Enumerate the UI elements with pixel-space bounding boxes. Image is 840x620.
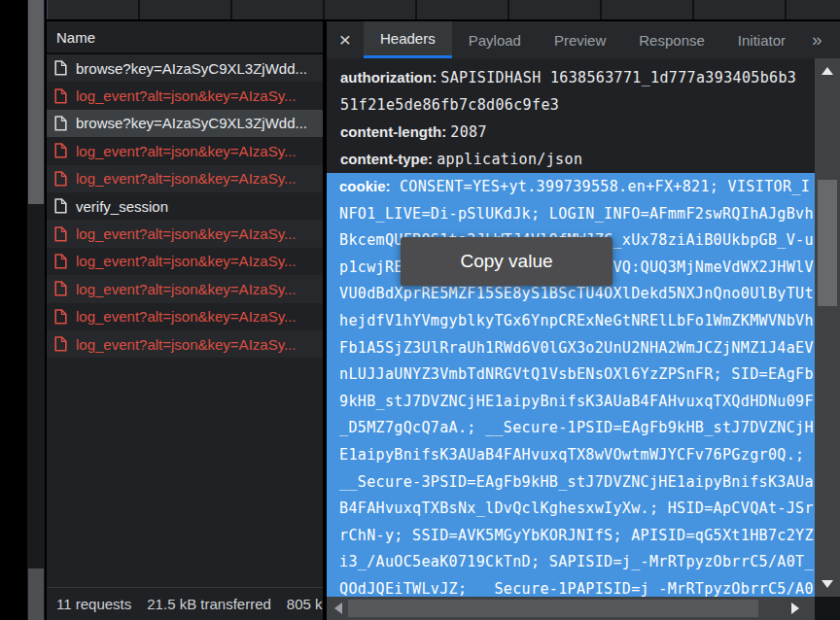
request-row-log-event[interactable]: log_event?alt=json&key=AIzaSy...	[47, 220, 323, 247]
detail-tab-bar: × Headers Payload Preview Response Initi…	[327, 21, 840, 58]
request-label: log_event?alt=json&key=AIzaSy...	[76, 143, 297, 159]
header-name: cookie:	[339, 178, 391, 194]
arrow-right-icon	[791, 603, 799, 614]
overview-cell	[787, 0, 840, 19]
transferred-size: 21.5 kB transferred	[147, 596, 271, 612]
file-icon	[54, 116, 67, 131]
arrow-down-icon	[822, 580, 833, 588]
scrollbar-corner	[815, 597, 840, 620]
cookie-line: nLUJJaUNYZ3VmbTdNRGVtQ1VsbENsOXl6YzZPSnF…	[327, 362, 815, 389]
file-icon	[54, 281, 67, 296]
header-value: 2087	[450, 123, 487, 141]
overview-cell	[140, 0, 230, 19]
cookie-line: rChN-y; SSID=AVK5MGyYbKORJNIfS; APISID=q…	[327, 523, 815, 550]
cookie-line: 9kHB_stJ7DVZNCjHE1aipyBnifsK3AUaB4FAHvux…	[327, 389, 815, 416]
header-content-type: content-type: application/json	[327, 146, 815, 173]
request-label: log_event?alt=json&key=AIzaSy...	[76, 308, 297, 325]
request-row-verify-session[interactable]: verify_session	[47, 192, 323, 220]
context-menu: Copy value	[401, 237, 612, 286]
file-icon	[54, 254, 67, 269]
header-content-length: content-length: 2087	[327, 119, 815, 146]
cookie-line: hejdfV1hYVmgyblkyTGx6YnpCRExNeGtNRElLbFo…	[327, 308, 815, 335]
headers-content: authorization: SAPISIDHASH 1638563771_1d…	[327, 58, 815, 597]
overview-cell	[48, 0, 138, 19]
cookie-line: cookie: CONSENT=YES+yt.399739558.en+FX+8…	[327, 173, 815, 201]
file-icon	[54, 226, 67, 242]
vertical-scrollbar[interactable]	[815, 58, 840, 597]
scroll-down-button[interactable]	[815, 571, 840, 597]
page-scrollbar[interactable]	[27, 0, 45, 620]
request-row-browse[interactable]: browse?key=AIzaSyC9XL3ZjWdd...	[47, 54, 323, 82]
header-value: SAPISIDHASH 1638563771_1d777a393405b6b3	[440, 69, 796, 86]
request-label: log_event?alt=json&key=AIzaSy...	[76, 87, 297, 104]
overview-cell	[417, 0, 508, 19]
cookie-line: NFO1_LIVE=Di-pSlUKdJk; LOGIN_INFO=AFmmF2…	[327, 201, 815, 228]
request-label: browse?key=AIzaSyC9XL3ZjWdd...	[76, 60, 307, 77]
horizontal-scrollbar-thumb[interactable]	[348, 600, 758, 617]
overview-cell	[509, 0, 600, 19]
horizontal-scrollbar[interactable]	[327, 597, 815, 620]
header-name: authorization:	[340, 69, 437, 86]
request-label: log_event?alt=json&key=AIzaSy...	[76, 336, 297, 353]
cookie-line: E1aipyBnifsK3AUaB4FAHvuxqTX8wVOwtmWJYCFv…	[327, 442, 815, 469]
scroll-up-button[interactable]	[815, 58, 840, 84]
more-tabs-icon[interactable]: »	[802, 21, 831, 58]
scroll-left-button[interactable]	[327, 597, 350, 620]
overview-cell	[602, 0, 692, 19]
request-row-log-event[interactable]: log_event?alt=json&key=AIzaSy...	[47, 82, 323, 109]
file-icon	[54, 143, 67, 158]
request-detail-panel: × Headers Payload Preview Response Initi…	[327, 21, 840, 620]
file-icon	[54, 60, 67, 76]
vertical-scrollbar-thumb[interactable]	[818, 180, 837, 306]
copy-value-menu-item[interactable]: Copy value	[460, 251, 552, 272]
arrow-up-icon	[822, 67, 833, 75]
request-label: log_event?alt=json&key=AIzaSy...	[76, 281, 297, 297]
tab-initiator[interactable]: Initiator	[721, 21, 802, 58]
file-icon	[54, 171, 67, 187]
header-authorization-wrap: 51f21e5de86fb7c8d06c9fe3	[327, 91, 815, 119]
request-label: log_event?alt=json&key=AIzaSy...	[76, 170, 297, 187]
request-list: browse?key=AIzaSyC9XL3ZjWdd... log_event…	[47, 54, 323, 358]
network-overview-strip[interactable]	[47, 0, 840, 19]
network-status-bar: 11 requests 21.5 kB transferred 805 kB	[47, 587, 323, 620]
header-name: content-length:	[340, 123, 446, 140]
request-row-log-event[interactable]: log_event?alt=json&key=AIzaSy...	[47, 137, 323, 164]
cookie-line: Fb1A5SjZ3UlRraUh1RWd6V0lGX3o2UnU2NHA2WmJ…	[327, 335, 815, 362]
request-label: browse?key=AIzaSyC9XL3ZjWdd...	[76, 115, 307, 131]
name-column-header[interactable]: Name	[47, 21, 323, 54]
tab-response[interactable]: Response	[622, 21, 721, 58]
file-icon	[54, 88, 67, 104]
request-label: log_event?alt=json&key=AIzaSy...	[76, 225, 297, 242]
request-label: log_event?alt=json&key=AIzaSy...	[76, 253, 297, 269]
cookie-line: i3_/AuOC5eaK0719CkTnD; SAPISID=j_-MrRTpy…	[327, 549, 815, 576]
request-row-log-event[interactable]: log_event?alt=json&key=AIzaSy...	[47, 275, 323, 302]
resources-size: 805 kB	[287, 596, 323, 612]
request-count: 11 requests	[56, 596, 131, 612]
cookie-line: QOdJQEiTWLvJZ; __Secure-1PAPISID=j_-MrRT…	[327, 576, 815, 597]
network-request-panel: Name browse?key=AIzaSyC9XL3ZjWdd... log_…	[47, 21, 325, 620]
page-scrollbar-bottom-button[interactable]	[28, 568, 44, 620]
request-label: verify_session	[76, 198, 168, 215]
request-row-log-event[interactable]: log_event?alt=json&key=AIzaSy...	[47, 248, 323, 275]
request-row-log-event[interactable]: log_event?alt=json&key=AIzaSy...	[47, 330, 323, 358]
request-row-browse-selected[interactable]: browse?key=AIzaSyC9XL3ZjWdd...	[47, 110, 323, 137]
cookie-value-part: CONSENT=YES+yt.399739558.en+FX+821; VISI…	[400, 178, 810, 195]
cookie-line: B4FAHvuxqTXBsNx_lDvQclKghesxwIyXw.; HSID…	[327, 496, 815, 523]
cookie-line: _D5MZ7gQcQ7aA.; __Secure-1PSID=EAgFb9kHB…	[327, 415, 815, 442]
header-value: application/json	[437, 151, 582, 168]
header-name: content-type:	[340, 151, 433, 167]
request-row-log-event[interactable]: log_event?alt=json&key=AIzaSy...	[47, 165, 323, 192]
request-row-log-event[interactable]: log_event?alt=json&key=AIzaSy...	[47, 303, 323, 330]
cookie-line: __Secure-3PSID=EAgFb9kHB_stJ7DVZNCjHE1ai…	[327, 469, 815, 497]
page-scrollbar-thumb[interactable]	[28, 0, 44, 204]
devtools-screen: Name browse?key=AIzaSyC9XL3ZjWdd... log_…	[0, 0, 840, 620]
file-icon	[54, 336, 67, 352]
tab-preview[interactable]: Preview	[538, 21, 622, 58]
tab-headers[interactable]: Headers	[364, 21, 452, 58]
tab-payload[interactable]: Payload	[452, 21, 538, 58]
arrow-left-icon	[334, 603, 342, 614]
overview-cell	[325, 0, 415, 19]
scroll-right-button[interactable]	[784, 597, 807, 620]
close-icon[interactable]: ×	[327, 21, 364, 58]
overview-cell	[232, 0, 323, 19]
